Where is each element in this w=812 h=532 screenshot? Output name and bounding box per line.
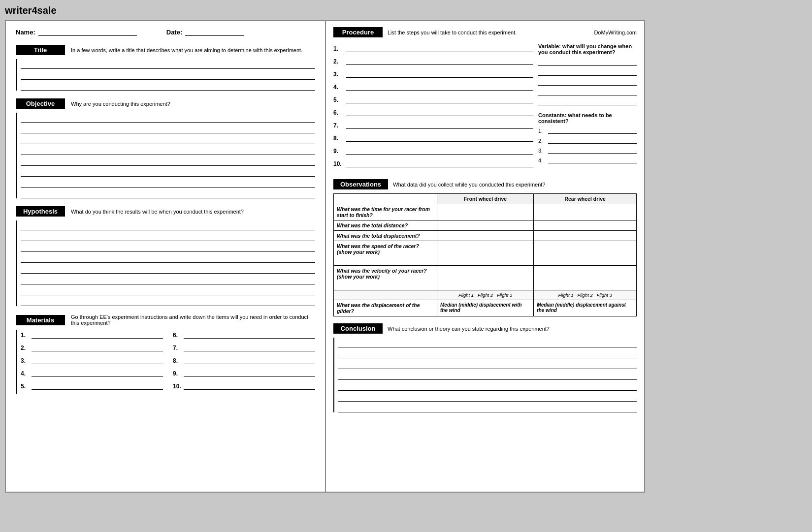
obs-flight-front-labels: Flight 1 Flight 2 Flight 3: [437, 290, 534, 300]
obs-q-glider: What was the displacement of the glider?: [334, 300, 437, 316]
title-desc: In a few words, write a title that descr…: [71, 47, 315, 53]
obs-rear-distance: [534, 220, 637, 231]
obs-rear-velocity: [534, 266, 637, 290]
hypothesis-label: Hypothesis: [16, 206, 65, 217]
obs-rear-speed: [534, 241, 637, 266]
procedure-header-row: Procedure List the steps you will take t…: [333, 27, 637, 37]
objective-section-header: Objective Why are you conducting this ex…: [16, 98, 315, 109]
step-7: 7.: [333, 120, 533, 129]
obs-row-speed: What was the speed of the racer? (show y…: [334, 241, 637, 266]
obs-flight-empty: [334, 290, 437, 300]
obs-row-time: What was the time for your racer from st…: [334, 204, 637, 220]
material-9: 9.: [173, 368, 315, 377]
obs-q-speed: What was the speed of the racer? (show y…: [334, 241, 437, 266]
variable-section: Variable: what will you change when you …: [538, 43, 637, 105]
date-line: [185, 35, 244, 36]
step-4: 4.: [333, 82, 533, 91]
materials-area: 1. 2. 3. 4.: [16, 330, 315, 394]
obs-q-velocity: What was the velocity of your racer? (sh…: [334, 266, 437, 290]
material-2: 2.: [21, 343, 163, 351]
obs-front-time: [437, 204, 534, 220]
materials-label: Materials: [16, 315, 65, 325]
site-title: writer4sale: [5, 5, 807, 16]
procedure-header: Procedure List the steps you will take t…: [333, 27, 517, 37]
conclusion-lines: [333, 338, 637, 412]
constants-section: Constants: what needs to be consistent? …: [538, 112, 637, 163]
obs-flight-header: Flight 1 Flight 2 Flight 3 Flight 1 Flig…: [334, 290, 637, 300]
obs-q-time: What was the time for your racer from st…: [334, 204, 437, 220]
title-lines: [16, 59, 315, 91]
date-label: Date:: [166, 29, 183, 36]
obs-q-distance: What was the total distance?: [334, 220, 437, 231]
obs-row-displacement: What was the total displacement?: [334, 231, 637, 241]
title-label: Title: [16, 45, 65, 55]
conclusion-section: Conclusion What conclusion or theory can…: [333, 323, 637, 412]
step-1: 1.: [333, 43, 533, 52]
variable-title: Variable: what will you change when you …: [538, 43, 637, 55]
const-3: 3.: [538, 146, 637, 154]
obs-col-empty: [334, 194, 437, 204]
objective-lines: [16, 113, 315, 198]
step-9: 9.: [333, 146, 533, 155]
obs-col-front: Front wheel drive: [437, 194, 534, 204]
step-10: 10.: [333, 158, 533, 167]
page-wrapper: Name: Date: Title In a few words, write …: [5, 20, 645, 493]
name-field: Name:: [16, 29, 137, 36]
material-3: 3.: [21, 355, 163, 364]
obs-row-distance: What was the total distance?: [334, 220, 637, 231]
step-6: 6.: [333, 107, 533, 116]
observations-label: Observations: [333, 179, 388, 189]
variable-constants-col: Variable: what will you change when you …: [538, 43, 637, 171]
hypothesis-section-header: Hypothesis What do you think the results…: [16, 206, 315, 217]
conclusion-header-row: Conclusion What conclusion or theory can…: [333, 323, 637, 334]
obs-front-glider: Median (middle) displacement with the wi…: [437, 300, 534, 316]
procedure-label: Procedure: [333, 27, 383, 37]
name-line: [38, 35, 137, 36]
steps-column: 1. 2. 3. 4. 5.: [333, 43, 533, 171]
title-line-1: [21, 59, 315, 69]
const-4: 4.: [538, 156, 637, 163]
observations-table: Front wheel drive Rear wheel drive What …: [333, 193, 637, 316]
const-1: 1.: [538, 126, 637, 134]
name-label: Name:: [16, 29, 35, 36]
materials-left-col: 1. 2. 3. 4.: [21, 330, 163, 394]
materials-desc: Go through EE's experiment instructions …: [71, 314, 315, 326]
step-3: 3.: [333, 69, 533, 78]
title-line-2: [21, 70, 315, 80]
procedure-desc: List the steps you will take to conduct …: [388, 30, 517, 35]
material-5: 5.: [21, 381, 163, 390]
materials-grid: 1. 2. 3. 4.: [21, 330, 315, 394]
material-10: 10.: [173, 381, 315, 390]
obs-row-glider: What was the displacement of the glider?…: [334, 300, 637, 316]
material-6: 6.: [173, 330, 315, 339]
hypothesis-desc: What do you think the results will be wh…: [71, 209, 315, 215]
conclusion-desc: What conclusion or theory can you state …: [388, 326, 637, 332]
material-7: 7.: [173, 343, 315, 351]
obs-front-speed: [437, 241, 534, 266]
step-8: 8.: [333, 133, 533, 142]
obs-front-velocity: [437, 266, 534, 290]
obs-row-velocity: What was the velocity of your racer? (sh…: [334, 266, 637, 290]
constants-list: 1. 2. 3. 4.: [538, 126, 637, 163]
material-1: 1.: [21, 330, 163, 339]
obs-table-header: Front wheel drive Rear wheel drive: [334, 194, 637, 204]
title-section-header: Title In a few words, write a title that…: [16, 45, 315, 55]
obs-rear-time: [534, 204, 637, 220]
material-4: 4.: [21, 368, 163, 377]
constants-title: Constants: what needs to be consistent?: [538, 112, 637, 124]
step-2: 2.: [333, 56, 533, 65]
date-field: Date:: [166, 29, 245, 36]
hypothesis-lines: [16, 220, 315, 306]
left-panel: Name: Date: Title In a few words, write …: [6, 21, 326, 492]
materials-right-col: 6. 7. 8. 9.: [173, 330, 315, 394]
const-2: 2.: [538, 136, 637, 144]
observations-section: Observations What data did you collect w…: [333, 179, 637, 316]
conclusion-label: Conclusion: [333, 323, 383, 334]
domywriting-logo: DoMyWriting.com: [594, 30, 637, 35]
title-line-3: [21, 81, 315, 91]
obs-front-displacement: [437, 231, 534, 241]
observations-header-row: Observations What data did you collect w…: [333, 179, 637, 189]
objective-label: Objective: [16, 98, 65, 109]
obs-front-distance: [437, 220, 534, 231]
obs-rear-glider: Median (middle) displacement against the…: [534, 300, 637, 316]
